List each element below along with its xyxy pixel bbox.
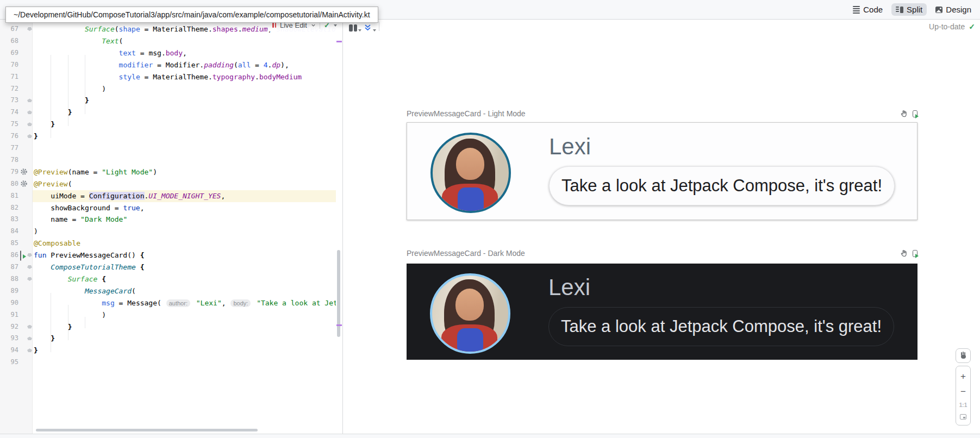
- fold-marker-icon[interactable]: [27, 110, 32, 114]
- android-studio-window: Code Split Design ~/Development/GitHub/C…: [0, 0, 980, 438]
- chevron-down-icon: [358, 29, 361, 32]
- code-line[interactable]: fun PreviewMessageCard() {: [34, 249, 145, 261]
- fold-marker-icon[interactable]: [27, 122, 32, 126]
- code-editor-pane[interactable]: 6768697071727374757677787980818283848586…: [0, 20, 342, 434]
- chevron-down-icon: [311, 23, 316, 28]
- fold-marker-icon[interactable]: [27, 98, 32, 102]
- line-number: 91: [0, 309, 18, 321]
- code-line[interactable]: }: [34, 333, 55, 345]
- interactive-mode-icon[interactable]: [900, 110, 908, 118]
- analysis-stripe-mark[interactable]: [336, 324, 342, 326]
- status-label: Up-to-date: [929, 22, 965, 31]
- fold-marker-icon[interactable]: [27, 325, 32, 329]
- line-number: 78: [0, 154, 18, 166]
- line-number: 89: [0, 285, 18, 297]
- line-number: 85: [0, 237, 18, 249]
- message-card-preview-dark: Lexi Take a look at Jetpack Compose, it'…: [407, 264, 917, 360]
- zoom-actual-size-button[interactable]: 1:1: [959, 402, 967, 408]
- line-number: 67: [0, 23, 18, 35]
- code-line[interactable]: MessageCard(: [34, 285, 136, 297]
- line-number: 71: [0, 71, 18, 83]
- code-line[interactable]: name = "Dark Mode": [34, 214, 127, 226]
- code-line[interactable]: Text(: [34, 35, 123, 47]
- editor-vertical-scrollbar[interactable]: [337, 250, 340, 337]
- fold-marker-icon[interactable]: [27, 253, 32, 257]
- fold-marker-icon[interactable]: [27, 134, 32, 138]
- code-line[interactable]: }: [34, 345, 38, 356]
- collapse-all-button[interactable]: [364, 22, 376, 32]
- editor-horizontal-scrollbar[interactable]: [36, 429, 258, 431]
- message-card-preview-light: Lexi Take a look at Jetpack Compose, it'…: [407, 122, 917, 220]
- compose-preview-pane: Up-to-date ✓ PreviewMessageCard - Light …: [343, 20, 980, 438]
- code-line[interactable]: }: [34, 321, 72, 333]
- code-line[interactable]: ): [34, 309, 106, 321]
- tab-design[interactable]: Design: [931, 3, 976, 16]
- code-line[interactable]: uiMode = Configuration.UI_MODE_NIGHT_YES…: [34, 190, 225, 202]
- run-preview-gutter-icon[interactable]: [20, 251, 28, 259]
- zoom-in-button[interactable]: +: [960, 372, 966, 381]
- line-number: 68: [0, 35, 18, 47]
- line-number: 69: [0, 47, 18, 59]
- code-line[interactable]: }: [34, 95, 89, 107]
- code-line[interactable]: style = MaterialTheme.typography.bodyMed…: [34, 71, 302, 83]
- preview-panel-header: PreviewMessageCard - Dark Mode: [407, 248, 917, 258]
- code-line[interactable]: @Composable: [34, 237, 80, 249]
- interactive-mode-icon[interactable]: [900, 249, 908, 258]
- tab-code[interactable]: Code: [848, 3, 887, 16]
- code-line[interactable]: ComposeTutorialTheme {: [34, 261, 145, 273]
- code-line[interactable]: @Preview(: [34, 178, 72, 190]
- double-chevron-down-icon: [364, 23, 372, 32]
- gear-icon[interactable]: [20, 180, 28, 187]
- line-number: 93: [0, 333, 18, 345]
- code-line[interactable]: modifier = Modifier.padding(all = 4.dp),: [34, 59, 289, 71]
- fold-marker-icon[interactable]: [27, 265, 32, 269]
- hand-pan-icon: [960, 352, 967, 359]
- line-number: 82: [0, 202, 18, 214]
- preview-sync-status[interactable]: Up-to-date ✓: [929, 22, 975, 31]
- code-lines-icon: [853, 6, 860, 14]
- code-line[interactable]: showBackground = true,: [34, 202, 145, 214]
- tab-code-label: Code: [863, 5, 883, 14]
- line-number: 74: [0, 107, 18, 118]
- pan-button[interactable]: [956, 348, 971, 363]
- analysis-stripe-mark[interactable]: [336, 41, 342, 42]
- line-number: 95: [0, 356, 18, 368]
- zoom-out-button[interactable]: −: [960, 387, 966, 396]
- code-area[interactable]: Surface(shape = MaterialTheme.shapes.med…: [0, 20, 336, 434]
- grid-layout-icon: [349, 24, 357, 32]
- code-line[interactable]: }: [34, 118, 55, 130]
- zoom-to-fit-icon[interactable]: [960, 414, 966, 420]
- code-line[interactable]: ): [34, 226, 38, 237]
- gear-icon[interactable]: [20, 168, 28, 176]
- fold-marker-icon[interactable]: [27, 277, 32, 281]
- chevron-down-icon: [334, 24, 337, 27]
- line-number: 94: [0, 345, 18, 356]
- check-icon: ✓: [969, 23, 975, 30]
- run-preview-icon[interactable]: [913, 110, 917, 117]
- tab-split[interactable]: Split: [891, 3, 927, 16]
- pane-divider[interactable]: [342, 20, 343, 438]
- line-number: 77: [0, 142, 18, 154]
- preview-layout-switch[interactable]: [349, 22, 361, 32]
- line-number: 83: [0, 214, 18, 226]
- tab-split-label: Split: [907, 5, 922, 14]
- fold-marker-icon[interactable]: [27, 336, 32, 340]
- code-line[interactable]: Surface {: [34, 273, 106, 285]
- line-number: 80: [0, 178, 18, 190]
- message-bubble: Take a look at Jetpack Compose, it's gre…: [548, 307, 894, 346]
- zoom-controls: + − 1:1: [956, 366, 971, 426]
- fold-marker-icon[interactable]: [27, 348, 32, 352]
- fold-marker-icon[interactable]: [27, 27, 32, 31]
- line-number: 81: [0, 190, 18, 202]
- code-line[interactable]: msg = Message( author: "Lexi", body: "Ta…: [34, 297, 336, 309]
- code-line[interactable]: }: [34, 130, 38, 142]
- code-line[interactable]: @Preview(name = "Light Mode"): [34, 166, 157, 178]
- code-line[interactable]: ): [34, 83, 106, 95]
- preview-title: PreviewMessageCard - Light Mode: [407, 109, 526, 118]
- code-line[interactable]: }: [34, 107, 72, 118]
- code-line[interactable]: text = msg.body,: [34, 47, 187, 59]
- window-bottom-edge: [0, 434, 980, 438]
- author-name: Lexi: [548, 274, 590, 301]
- preview-title: PreviewMessageCard - Dark Mode: [407, 249, 525, 258]
- run-preview-icon[interactable]: [913, 250, 917, 257]
